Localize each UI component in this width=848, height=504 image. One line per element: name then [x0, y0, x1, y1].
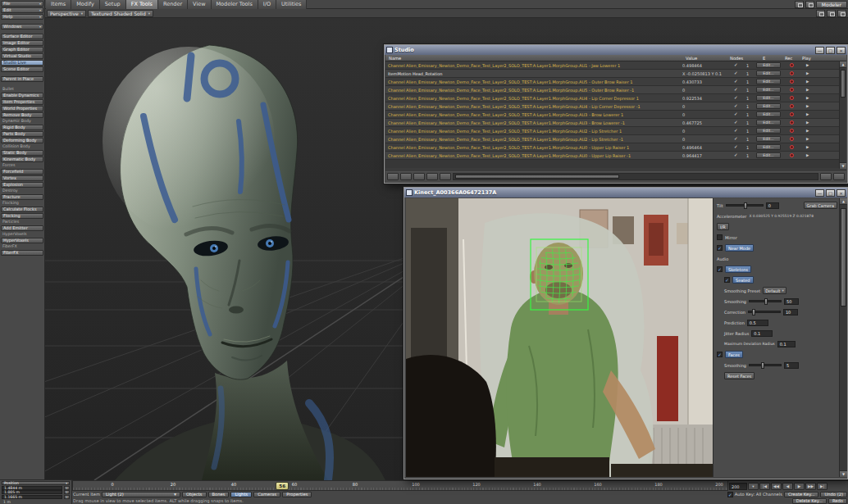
scroll-up-icon[interactable]: ▲: [840, 198, 847, 205]
stepper-icon[interactable]: ↕: [64, 495, 70, 499]
near-mode-checkbox[interactable]: ✓: [717, 245, 723, 251]
scroll-up-icon[interactable]: ▲: [840, 61, 846, 68]
edit-button[interactable]: Edit...: [756, 95, 781, 101]
edit-button[interactable]: Edit...: [756, 70, 781, 76]
play-icon[interactable]: ▶: [806, 88, 809, 93]
minimize-button[interactable]: —: [815, 189, 824, 197]
record-dot[interactable]: [790, 112, 794, 116]
sidebar-item-forcefield[interactable]: Forcefield: [1, 169, 43, 175]
edit-button[interactable]: Edit...: [756, 103, 781, 109]
faces-label[interactable]: Faces: [725, 351, 743, 358]
sidebar-item-rigid-body[interactable]: Rigid Body: [1, 125, 43, 130]
close-button[interactable]: ×: [837, 189, 846, 197]
record-dot[interactable]: [790, 79, 794, 84]
pin-panel-icon[interactable]: [805, 1, 814, 8]
play-icon[interactable]: ▶: [806, 63, 809, 68]
tab-setup[interactable]: Setup: [100, 0, 126, 9]
tab-modeler-tools[interactable]: Modeler Tools: [212, 0, 258, 9]
rotate-view-icon[interactable]: [816, 10, 825, 17]
scroll-down-icon[interactable]: ▼: [840, 162, 846, 169]
record-dot[interactable]: [790, 104, 794, 108]
kinect-vertical-scrollbar[interactable]: ▲ ▼: [839, 198, 847, 477]
position-z-field[interactable]: 1.1665 m: [2, 495, 62, 499]
scroll-thumb[interactable]: [841, 70, 846, 98]
timeline-scrub-handle[interactable]: 56: [276, 482, 289, 490]
studio-tool-button[interactable]: [413, 173, 425, 180]
nodes-check-icon[interactable]: ✓: [734, 63, 738, 67]
scroll-thumb[interactable]: [841, 208, 846, 306]
edit-button[interactable]: Edit...: [756, 62, 781, 68]
undo-button[interactable]: Undo (2): [820, 492, 847, 497]
tab-render[interactable]: Render: [158, 0, 188, 9]
tab-i-o[interactable]: I/O: [258, 0, 276, 9]
studio-tool-button[interactable]: [440, 173, 451, 180]
sidebar-item-scene-editor[interactable]: Scene Editor: [1, 66, 43, 72]
kinect-titlebar[interactable]: Kinect_A00366A06472137A — □ ×: [404, 188, 847, 198]
col-play[interactable]: Play: [802, 56, 811, 61]
max-deviation-radius-value-field[interactable]: 0.1: [777, 341, 796, 347]
edit-button[interactable]: Edit...: [756, 152, 781, 158]
transport-button-5[interactable]: ▶|: [817, 483, 827, 490]
channel-row[interactable]: Channel Alien_Emissary_Newton_Demo_Face_…: [385, 61, 846, 70]
record-dot[interactable]: [790, 153, 794, 157]
end-frame-field[interactable]: 200: [729, 483, 747, 490]
sidebar-item-parts-body[interactable]: Parts Body: [1, 131, 43, 137]
objects-button[interactable]: Objects: [182, 492, 207, 497]
edit-button[interactable]: Edit...: [756, 79, 781, 84]
nodes-check-icon[interactable]: ✓: [734, 145, 738, 149]
faces-smoothing-slider[interactable]: [749, 364, 782, 366]
sidebar-item-image-editor[interactable]: Image Editor: [1, 40, 43, 46]
nodes-check-icon[interactable]: ✓: [734, 71, 738, 75]
play-icon[interactable]: ▶: [806, 129, 809, 134]
tab-view[interactable]: View: [188, 0, 211, 9]
nodes-check-icon[interactable]: ✓: [734, 79, 738, 84]
sidebar-item-fiberfx[interactable]: FiberFX: [1, 250, 43, 256]
sidebar-item-add-emitter[interactable]: Add Emitter: [1, 225, 43, 231]
faces-checkbox[interactable]: ✓: [717, 352, 723, 357]
sidebar-item-windows[interactable]: Windows▾: [1, 24, 43, 30]
col-name[interactable]: Name: [389, 56, 401, 61]
sidebar-item-kinematic-body[interactable]: Kinematic Body: [1, 157, 43, 162]
channel-row[interactable]: Channel Alien_Emissary_Newton_Demo_Face_…: [385, 127, 846, 135]
studio-tool-button[interactable]: [426, 173, 438, 180]
tab-utilities[interactable]: Utilities: [276, 0, 307, 9]
channel-row[interactable]: Channel Alien_Emissary_Newton_Demo_Face_…: [385, 111, 846, 119]
tab-modify[interactable]: Modify: [71, 0, 100, 9]
tab-fx-tools[interactable]: FX Tools: [126, 0, 158, 9]
sidebar-item-hypervoxels[interactable]: HyperVoxels: [1, 238, 43, 243]
sidebar-item-item-properties[interactable]: Item Properties: [1, 99, 43, 105]
sidebar-item-studio-live[interactable]: Studio Live: [1, 60, 43, 66]
play-icon[interactable]: ▶: [806, 104, 809, 109]
tab-items[interactable]: Items: [46, 0, 71, 9]
reset-faces-button[interactable]: Reset Faces: [724, 372, 755, 379]
maximize-button[interactable]: □: [826, 47, 835, 54]
timeline-ruler[interactable]: 020406080100120140160180200: [73, 481, 727, 490]
zoom-view-icon[interactable]: [837, 10, 846, 17]
sidebar-item-edit[interactable]: Edit▾: [1, 7, 43, 13]
studio-tool-button[interactable]: [400, 173, 412, 180]
col-e[interactable]: E: [763, 56, 765, 61]
modeler-button[interactable]: Modeler: [816, 1, 847, 8]
transport-button-1[interactable]: ◀◀: [771, 483, 782, 490]
skeletons-label[interactable]: Skeletons: [725, 266, 751, 273]
maximize-button[interactable]: □: [826, 189, 835, 197]
edit-button[interactable]: Edit...: [756, 144, 781, 150]
audio-label[interactable]: Audio: [717, 257, 728, 261]
channel-row[interactable]: Channel Alien_Emissary_Newton_Demo_Face_…: [385, 119, 846, 127]
lights-button[interactable]: Lights: [230, 492, 252, 497]
nodes-check-icon[interactable]: ✓: [734, 104, 738, 108]
mirror-label[interactable]: Mirror: [725, 235, 737, 240]
smoothing-preset-dropdown[interactable]: Default▾: [763, 287, 786, 294]
col-rec[interactable]: Rec: [785, 56, 792, 61]
position-x-field[interactable]: 1.4844 m: [2, 486, 62, 490]
nodes-check-icon[interactable]: ✓: [734, 96, 738, 100]
ir-button[interactable]: I/R: [717, 223, 729, 230]
nodes-check-icon[interactable]: ✓: [734, 88, 738, 92]
record-dot[interactable]: [790, 120, 794, 125]
seated-label[interactable]: Seated: [732, 276, 754, 284]
edit-button[interactable]: Edit...: [756, 136, 781, 142]
sidebar-item-explosion[interactable]: Explosion: [1, 182, 43, 188]
channel-row[interactable]: Channel Alien_Emissary_Newton_Demo_Face_…: [385, 152, 846, 160]
record-dot[interactable]: [790, 145, 794, 149]
sidebar-item-remove-body[interactable]: Remove Body: [1, 112, 43, 118]
